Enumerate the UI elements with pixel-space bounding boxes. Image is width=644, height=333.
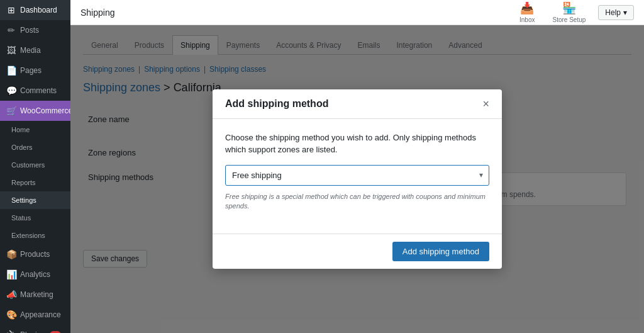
inbox-button[interactable]: 📥 Inbox [514, 0, 540, 26]
sidebar-item-pages[interactable]: 📄 Pages [0, 60, 70, 81]
page-title: Shipping [80, 8, 115, 18]
sidebar-item-analytics[interactable]: 📊 Analytics [0, 264, 70, 285]
woocommerce-icon: 🛒 [6, 106, 16, 116]
inbox-icon: 📥 [520, 1, 534, 15]
sidebar-item-comments[interactable]: 💬 Comments [0, 81, 70, 101]
modal-body: Choose the shipping method you wish to a… [213, 119, 502, 234]
modal-description: Choose the shipping method you wish to a… [225, 132, 489, 156]
analytics-icon: 📊 [6, 269, 16, 279]
sidebar-item-customers[interactable]: Customers [0, 156, 70, 174]
modal-footer: Add shipping method [213, 234, 502, 269]
sidebar-item-posts[interactable]: ✏ Posts [0, 20, 70, 40]
store-setup-button[interactable]: 🏪 Store Setup [548, 0, 591, 26]
dashboard-icon: ⊞ [6, 5, 16, 15]
sidebar-item-plugins[interactable]: 🔌 Plugins 25 [0, 325, 70, 333]
sidebar-item-appearance[interactable]: 🎨 Appearance [0, 305, 70, 325]
sidebar: ⊞ Dashboard ✏ Posts 🖼 Media 📄 Pages 💬 Co… [0, 0, 70, 333]
modal-hint: Free shipping is a special method which … [225, 192, 489, 212]
modal-add-shipping-method: Add shipping method × Choose the shippin… [213, 89, 502, 269]
media-icon: 🖼 [6, 45, 16, 55]
modal-title: Add shipping method [225, 98, 328, 110]
modal-header: Add shipping method × [213, 89, 502, 119]
plugins-icon: 🔌 [6, 330, 16, 333]
store-setup-icon: 🏪 [562, 1, 576, 15]
modal-close-button[interactable]: × [482, 98, 489, 110]
sidebar-item-reports[interactable]: Reports [0, 174, 70, 191]
chevron-down-icon: ▾ [623, 8, 627, 17]
modal-overlay[interactable]: Add shipping method × Choose the shippin… [70, 25, 644, 333]
sidebar-item-orders[interactable]: Orders [0, 138, 70, 156]
sidebar-item-settings[interactable]: Settings [0, 191, 70, 209]
topbar-actions: 📥 Inbox 🏪 Store Setup Help ▾ [514, 0, 634, 26]
products-icon: 📦 [6, 249, 16, 259]
main-content: Shipping 📥 Inbox 🏪 Store Setup Help ▾ [70, 0, 644, 333]
sidebar-item-dashboard[interactable]: ⊞ Dashboard [0, 0, 70, 20]
sidebar-item-extensions[interactable]: Extensions [0, 227, 70, 244]
help-button[interactable]: Help ▾ [598, 5, 634, 20]
shipping-method-select[interactable]: Free shipping Flat rate Local pickup [225, 165, 489, 186]
posts-icon: ✏ [6, 25, 16, 35]
sidebar-item-woocommerce[interactable]: 🛒 WooCommerce [0, 101, 70, 121]
sidebar-item-media[interactable]: 🖼 Media [0, 40, 70, 60]
sidebar-item-status[interactable]: Status [0, 209, 70, 227]
comments-icon: 💬 [6, 86, 16, 96]
modal-add-button[interactable]: Add shipping method [392, 242, 489, 261]
sidebar-item-marketing[interactable]: 📣 Marketing [0, 285, 70, 305]
appearance-icon: 🎨 [6, 310, 16, 320]
marketing-icon: 📣 [6, 290, 16, 300]
content-area: General Products Shipping Payments Accou… [70, 25, 644, 333]
sidebar-item-home[interactable]: Home [0, 121, 70, 138]
sidebar-item-products[interactable]: 📦 Products [0, 244, 70, 264]
pages-icon: 📄 [6, 65, 16, 76]
select-wrapper: Free shipping Flat rate Local pickup ▾ [225, 165, 489, 186]
topbar: Shipping 📥 Inbox 🏪 Store Setup Help ▾ [70, 0, 644, 25]
